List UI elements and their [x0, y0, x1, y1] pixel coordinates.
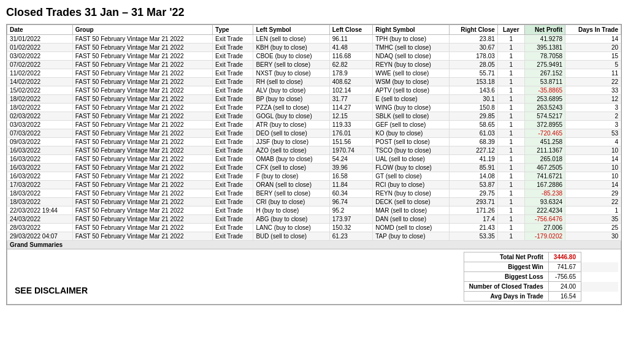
table-cell: 29 — [565, 189, 621, 198]
table-cell: 119.33 — [329, 121, 372, 129]
table-cell: 54.24 — [329, 155, 372, 164]
table-cell: Exit Trade — [213, 35, 253, 44]
table-cell: 16/03/2022 — [7, 172, 73, 181]
table-cell: BERY (sell to close) — [253, 189, 329, 198]
table-row: 14/02/2022FAST 50 February Vintage Mar 2… — [7, 78, 621, 86]
table-cell: LANC (buy to close) — [253, 224, 329, 232]
table-cell: 17/03/2022 — [7, 181, 73, 189]
table-cell: 741.6721 — [524, 172, 565, 181]
table-cell: 1 — [497, 189, 524, 198]
table-cell: 150.32 — [329, 224, 372, 232]
table-cell: FAST 50 February Vintage Mar 21 2022 — [72, 138, 212, 146]
table-cell: 41.19 — [449, 155, 497, 164]
table-cell: BERY (sell to close) — [253, 61, 329, 69]
table-cell: FAST 50 February Vintage Mar 21 2022 — [72, 61, 212, 69]
total-net-profit-value: 3446.80 — [548, 252, 581, 262]
table-row: 24/03/2022FAST 50 February Vintage Mar 2… — [7, 215, 621, 224]
table-cell: 1 — [497, 52, 524, 61]
table-cell: 16/03/2022 — [7, 146, 73, 155]
table-cell: 1 — [497, 138, 524, 146]
table-cell: 95.2 — [329, 207, 372, 215]
biggest-loss-value: -756.65 — [548, 272, 581, 282]
table-cell: 14/02/2022 — [7, 78, 73, 86]
table-cell: FAST 50 February Vintage Mar 21 2022 — [72, 172, 212, 181]
table-cell: 18/03/2022 — [7, 189, 73, 198]
table-cell: 96.11 — [329, 35, 372, 44]
table-cell: 68.39 — [449, 138, 497, 146]
biggest-loss-row: Biggest Loss -756.65 — [464, 272, 618, 282]
table-cell: 39.96 — [329, 164, 372, 172]
table-cell: FAST 50 February Vintage Mar 21 2022 — [72, 232, 212, 241]
table-cell: 171.26 — [449, 207, 497, 215]
table-cell: 178.9 — [329, 69, 372, 78]
col-header-left-close: Left Close — [329, 25, 372, 35]
table-row: 18/03/2022FAST 50 February Vintage Mar 2… — [7, 198, 621, 207]
table-cell: 11 — [565, 69, 621, 78]
table-cell: BUD (sell to close) — [253, 232, 329, 241]
table-cell: 03/03/2022 — [7, 121, 73, 129]
table-cell: Exit Trade — [213, 138, 253, 146]
table-cell: 265.018 — [524, 155, 565, 164]
table-cell: Exit Trade — [213, 69, 253, 78]
table-cell: Exit Trade — [213, 164, 253, 172]
table-cell: 11.84 — [329, 181, 372, 189]
table-cell: 31/01/2022 — [7, 35, 73, 44]
table-cell: 151.56 — [329, 138, 372, 146]
table-cell: -35.8865 — [524, 86, 565, 95]
table-cell: FAST 50 February Vintage Mar 21 2022 — [72, 69, 212, 78]
table-cell: 116.68 — [329, 52, 372, 61]
table-cell: 16.58 — [329, 172, 372, 181]
table-cell: Exit Trade — [213, 61, 253, 69]
table-cell: 1 — [497, 164, 524, 172]
table-cell: Exit Trade — [213, 189, 253, 198]
table-cell: 293.71 — [449, 198, 497, 207]
table-cell: 150.8 — [449, 104, 497, 112]
table-row: 02/03/2022FAST 50 February Vintage Mar 2… — [7, 112, 621, 121]
table-cell: GEF (sell to close) — [373, 121, 449, 129]
table-cell: 1 — [497, 129, 524, 138]
table-cell: 574.5217 — [524, 112, 565, 121]
table-cell: Exit Trade — [213, 155, 253, 164]
table-cell: 1 — [497, 112, 524, 121]
table-cell: 28/03/2022 — [7, 224, 73, 232]
table-cell: 16/03/2022 — [7, 164, 73, 172]
table-cell: 395.1381 — [524, 44, 565, 52]
table-cell: FAST 50 February Vintage Mar 21 2022 — [72, 181, 212, 189]
table-cell: 10 — [565, 172, 621, 181]
table-cell: TAP (buy to close) — [373, 232, 449, 241]
num-closed-trades-row: Number of Closed Trades 24.00 — [464, 282, 618, 292]
table-cell: NOMD (sell to close) — [373, 224, 449, 232]
table-cell: 62.82 — [329, 61, 372, 69]
table-cell: 20 — [565, 44, 621, 52]
col-header-net-profit: Net Profit — [524, 25, 565, 35]
table-cell: 09/03/2022 — [7, 138, 73, 146]
table-cell: Exit Trade — [213, 224, 253, 232]
table-cell: FAST 50 February Vintage Mar 21 2022 — [72, 164, 212, 172]
table-cell: 14.08 — [449, 172, 497, 181]
col-header-group: Group — [72, 25, 212, 35]
table-cell: 211.1367 — [524, 146, 565, 155]
table-cell: 61.23 — [329, 232, 372, 241]
table-cell: Exit Trade — [213, 232, 253, 241]
table-cell: 07/03/2022 — [7, 129, 73, 138]
table-cell: 01/02/2022 — [7, 44, 73, 52]
table-cell: CFX (sell to close) — [253, 164, 329, 172]
table-cell: 18/03/2022 — [7, 198, 73, 207]
table-cell: 173.97 — [329, 215, 372, 224]
table-cell: LEN (sell to close) — [253, 35, 329, 44]
table-row: 18/02/2022FAST 50 February Vintage Mar 2… — [7, 104, 621, 112]
table-cell: 12.15 — [329, 112, 372, 121]
table-cell: -756.6476 — [524, 215, 565, 224]
table-cell: Exit Trade — [213, 172, 253, 181]
table-row: 16/03/2022FAST 50 February Vintage Mar 2… — [7, 172, 621, 181]
table-cell: 30.1 — [449, 95, 497, 104]
table-cell: WSM (buy to close) — [373, 78, 449, 86]
table-cell: FAST 50 February Vintage Mar 21 2022 — [72, 112, 212, 121]
table-cell: 275.9491 — [524, 61, 565, 69]
table-cell: 58.65 — [449, 121, 497, 129]
table-cell: CRI (buy to close) — [253, 198, 329, 207]
table-row: 18/02/2022FAST 50 February Vintage Mar 2… — [7, 95, 621, 104]
table-cell: 1 — [497, 35, 524, 44]
table-cell: BP (buy to close) — [253, 95, 329, 104]
table-cell: FAST 50 February Vintage Mar 21 2022 — [72, 78, 212, 86]
